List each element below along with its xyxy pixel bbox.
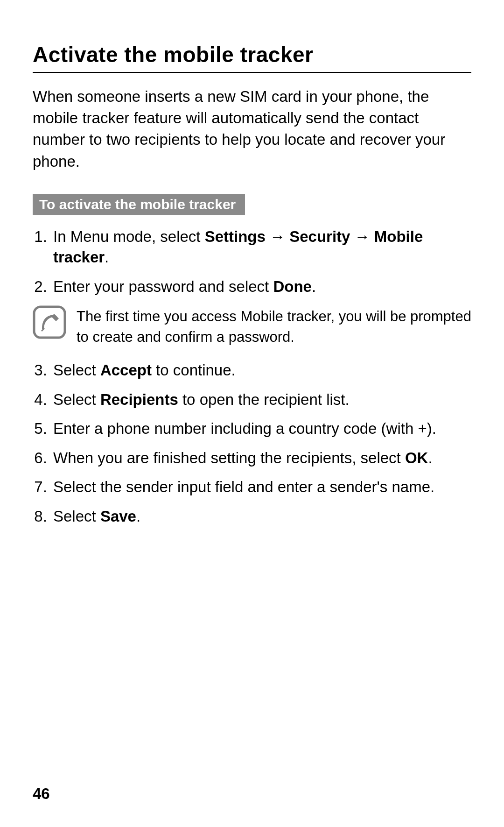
step-6-bold-ok: OK	[405, 449, 428, 467]
step-8-text-prefix: Select	[53, 508, 100, 525]
step-2: Enter your password and select Done.	[51, 276, 471, 297]
step-6: When you are finished setting the recipi…	[51, 448, 471, 469]
step-1-text-prefix: In Menu mode, select	[53, 228, 205, 245]
arrow-icon: →	[266, 228, 289, 245]
step-4-text-prefix: Select	[53, 391, 100, 408]
step-6-text-prefix: When you are finished setting the recipi…	[53, 449, 405, 467]
step-4-text-suffix: to open the recipient list.	[178, 391, 350, 408]
step-2-bold-done: Done	[273, 278, 312, 295]
note-text: The first time you access Mobile tracker…	[77, 305, 471, 347]
step-3: Select Accept to continue.	[51, 360, 471, 381]
step-8-text-suffix: .	[136, 508, 140, 525]
step-3-text-suffix: to continue.	[152, 361, 236, 379]
page-title: Activate the mobile tracker	[33, 42, 471, 73]
section-label: To activate the mobile tracker	[33, 194, 245, 215]
step-3-text-prefix: Select	[53, 361, 100, 379]
step-1: In Menu mode, select Settings → Security…	[51, 226, 471, 268]
arrow-icon: →	[350, 228, 374, 245]
document-page: Activate the mobile tracker When someone…	[0, 0, 504, 827]
steps-list-2: Select Accept to continue. Select Recipi…	[33, 360, 471, 527]
step-8: Select Save.	[51, 506, 471, 527]
step-8-bold-save: Save	[100, 508, 136, 525]
svg-rect-0	[34, 307, 65, 338]
note-callout: The first time you access Mobile tracker…	[33, 305, 471, 347]
step-5: Enter a phone number including a country…	[51, 418, 471, 439]
step-1-bold-settings: Settings	[205, 228, 266, 245]
page-number: 46	[33, 785, 50, 803]
step-3-bold-accept: Accept	[100, 361, 152, 379]
step-7: Select the sender input field and enter …	[51, 477, 471, 498]
note-icon	[33, 305, 66, 339]
step-2-text-prefix: Enter your password and select	[53, 278, 273, 295]
step-1-bold-security: Security	[289, 228, 350, 245]
steps-list-1: In Menu mode, select Settings → Security…	[33, 226, 471, 297]
step-2-text-suffix: .	[312, 278, 316, 295]
step-6-text-suffix: .	[428, 449, 432, 467]
step-4: Select Recipients to open the recipient …	[51, 389, 471, 410]
intro-paragraph: When someone inserts a new SIM card in y…	[33, 86, 471, 172]
step-4-bold-recipients: Recipients	[100, 391, 178, 408]
step-1-text-suffix: .	[105, 248, 109, 266]
